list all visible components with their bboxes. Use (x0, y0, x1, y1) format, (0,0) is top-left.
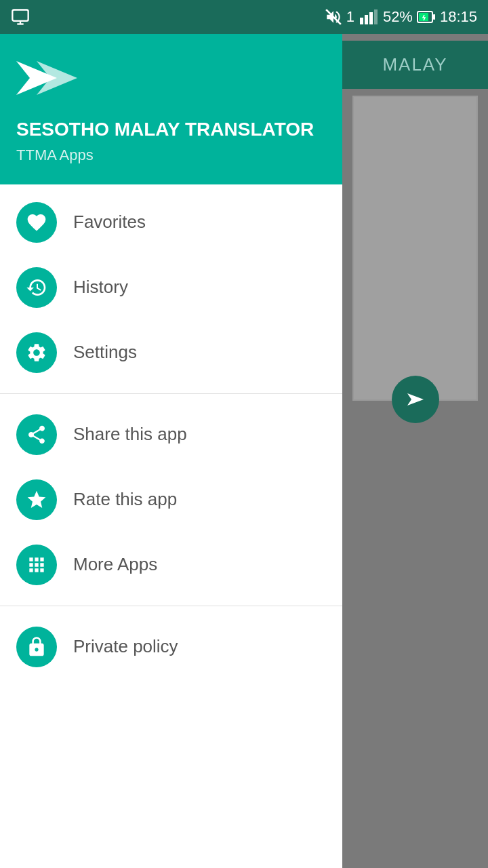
screen-icon (11, 7, 30, 26)
favorites-icon-circle (16, 202, 57, 243)
more-apps-icon-circle (16, 545, 57, 585)
menu-item-history[interactable]: History (0, 255, 342, 320)
grid-icon (26, 554, 47, 576)
app-subtitle: TTMA Apps (16, 146, 326, 164)
menu-item-rate[interactable]: Rate this app (0, 467, 342, 532)
star-icon (26, 489, 47, 511)
clock-icon (26, 277, 47, 298)
privacy-label: Private policy (73, 636, 178, 657)
menu-item-more-apps[interactable]: More Apps (0, 532, 342, 597)
drawer-header: SESOTHO MALAY TRANSLATOR TTMA Apps (0, 34, 342, 184)
status-bar: 1 52% 18:15 (0, 0, 488, 34)
svg-marker-13 (407, 393, 424, 406)
menu-section-1: Favorites History Settings (0, 184, 342, 391)
translate-arrow-icon (403, 387, 428, 412)
divider-1 (0, 393, 342, 394)
battery-icon (417, 9, 436, 24)
battery-percent: 52% (383, 8, 413, 26)
navigation-drawer: SESOTHO MALAY TRANSLATOR TTMA Apps Favor… (0, 34, 342, 868)
rate-label: Rate this app (73, 489, 177, 510)
translator-panel (352, 96, 478, 401)
malay-language-label: MALAY (382, 54, 447, 75)
svg-rect-5 (365, 15, 368, 24)
signal-number: 1 (346, 8, 354, 26)
share-icon (26, 424, 47, 446)
history-label: History (73, 277, 128, 298)
gear-icon (26, 342, 47, 363)
menu-section-2: Share this app Rate this app More (0, 397, 342, 603)
favorites-label: Favorites (73, 212, 146, 233)
lock-icon (26, 636, 47, 658)
svg-rect-7 (374, 9, 378, 24)
share-icon-circle (16, 414, 57, 455)
share-label: Share this app (73, 424, 187, 445)
menu-item-share[interactable]: Share this app (0, 402, 342, 467)
menu-item-privacy[interactable]: Private policy (0, 614, 342, 679)
menu-section-3: Private policy (0, 609, 342, 685)
divider-2 (0, 606, 342, 606)
main-container: SESOTHO MALAY TRANSLATOR TTMA Apps Favor… (0, 34, 488, 868)
logo-arrow-icon (16, 54, 77, 102)
svg-rect-0 (12, 10, 28, 21)
malay-header: MALAY (342, 41, 488, 89)
more-apps-label: More Apps (73, 554, 157, 575)
app-logo (16, 54, 326, 104)
heart-icon (26, 212, 47, 233)
svg-rect-4 (360, 18, 363, 24)
settings-icon-circle (16, 332, 57, 373)
signal-icon (359, 8, 379, 26)
time-display: 18:15 (440, 8, 477, 26)
svg-rect-10 (433, 14, 435, 20)
translate-button[interactable] (392, 376, 439, 423)
rate-icon-circle (16, 479, 57, 520)
menu-item-favorites[interactable]: Favorites (0, 190, 342, 255)
right-panel: MALAY (342, 34, 488, 868)
app-title: SESOTHO MALAY TRANSLATOR (16, 118, 326, 141)
svg-rect-6 (369, 12, 373, 24)
privacy-icon-circle (16, 627, 57, 667)
settings-label: Settings (73, 342, 137, 363)
history-icon-circle (16, 267, 57, 308)
menu-item-settings[interactable]: Settings (0, 320, 342, 385)
mute-icon (325, 8, 342, 26)
